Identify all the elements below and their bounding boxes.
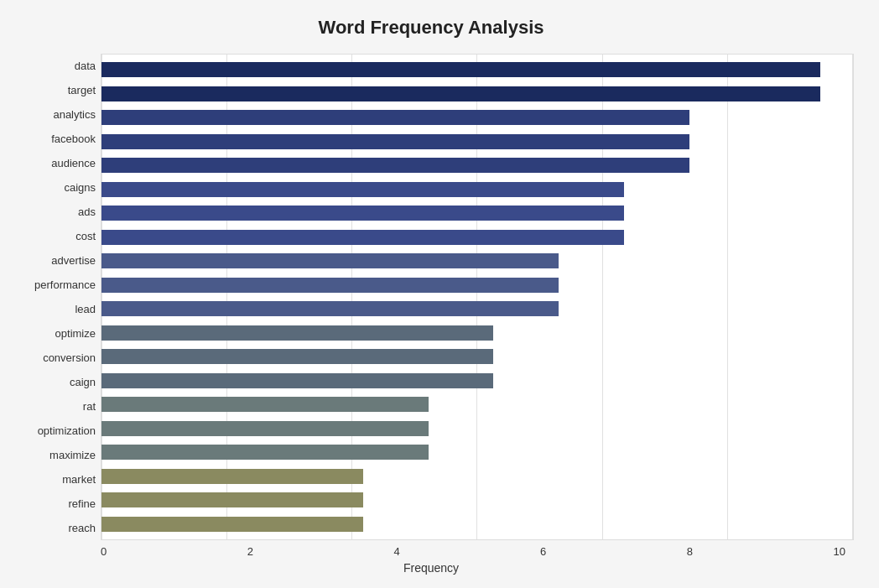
- bar-row: [101, 347, 853, 366]
- y-label: analytics: [8, 109, 96, 120]
- y-label: cost: [8, 231, 96, 242]
- bar-row: [101, 299, 853, 318]
- y-label: advertise: [8, 255, 96, 266]
- bar-row: [101, 156, 853, 174]
- bar-row: [101, 60, 853, 79]
- chart-container: Word Frequency Analysis datatargetanalyt…: [0, 0, 879, 588]
- bar: [101, 278, 559, 293]
- y-label: audience: [8, 158, 96, 169]
- x-axis-title: Frequency: [8, 561, 854, 575]
- bar-row: [101, 108, 853, 127]
- bar: [101, 469, 363, 484]
- bar: [101, 325, 493, 341]
- y-label: reach: [8, 523, 96, 533]
- y-label: market: [8, 474, 96, 485]
- x-tick-label: 0: [101, 545, 107, 558]
- bar-row: [101, 252, 853, 270]
- x-tick-label: 8: [687, 545, 693, 558]
- bar: [101, 445, 429, 460]
- y-label: caigns: [8, 182, 96, 193]
- bar-row: [101, 515, 853, 533]
- bar-row: [101, 324, 853, 342]
- bar-row: [101, 467, 853, 486]
- bar: [101, 301, 559, 316]
- bar-row: [101, 133, 853, 151]
- y-label: optimization: [8, 425, 96, 436]
- y-label: facebook: [8, 133, 96, 144]
- bar: [101, 517, 363, 532]
- bar-row: [101, 419, 853, 438]
- bar: [101, 230, 624, 245]
- bars-and-grid: [101, 54, 854, 540]
- x-tick-label: 2: [247, 545, 253, 558]
- y-label: lead: [8, 304, 96, 315]
- bar: [101, 206, 624, 221]
- bar: [101, 62, 820, 77]
- bar: [101, 182, 624, 197]
- y-label: performance: [8, 279, 96, 290]
- bar-row: [101, 372, 853, 390]
- y-label: maximize: [8, 450, 96, 461]
- y-label: optimize: [8, 328, 96, 339]
- bar: [101, 253, 559, 268]
- bar-row: [101, 85, 853, 103]
- bar: [101, 397, 429, 412]
- bar-row: [101, 204, 853, 222]
- bar-row: [101, 276, 853, 294]
- bars-wrapper: [101, 55, 853, 539]
- chart-area: datatargetanalyticsfacebookaudiencecaign…: [8, 54, 854, 540]
- y-label: caign: [8, 377, 96, 388]
- x-axis-labels: 0246810: [101, 545, 845, 558]
- bar: [101, 86, 820, 101]
- chart-title: Word Frequency Analysis: [8, 17, 854, 39]
- bar: [101, 492, 363, 507]
- y-label: target: [8, 85, 96, 96]
- bar: [101, 373, 493, 388]
- bar-row: [101, 395, 853, 414]
- y-label: conversion: [8, 352, 96, 363]
- bar: [101, 421, 429, 436]
- y-labels: datatargetanalyticsfacebookaudiencecaign…: [8, 54, 101, 540]
- x-tick-label: 10: [834, 545, 845, 558]
- bar-row: [101, 491, 853, 509]
- bar: [101, 158, 689, 173]
- y-label: data: [8, 60, 96, 71]
- y-label: rat: [8, 401, 96, 412]
- bar: [101, 134, 689, 149]
- x-tick-label: 6: [540, 545, 546, 558]
- y-label: refine: [8, 498, 96, 509]
- x-tick-label: 4: [393, 545, 399, 558]
- y-label: ads: [8, 206, 96, 217]
- bar-row: [101, 443, 853, 461]
- bar: [101, 349, 493, 364]
- bar: [101, 110, 689, 125]
- bar-row: [101, 180, 853, 199]
- bar-row: [101, 228, 853, 247]
